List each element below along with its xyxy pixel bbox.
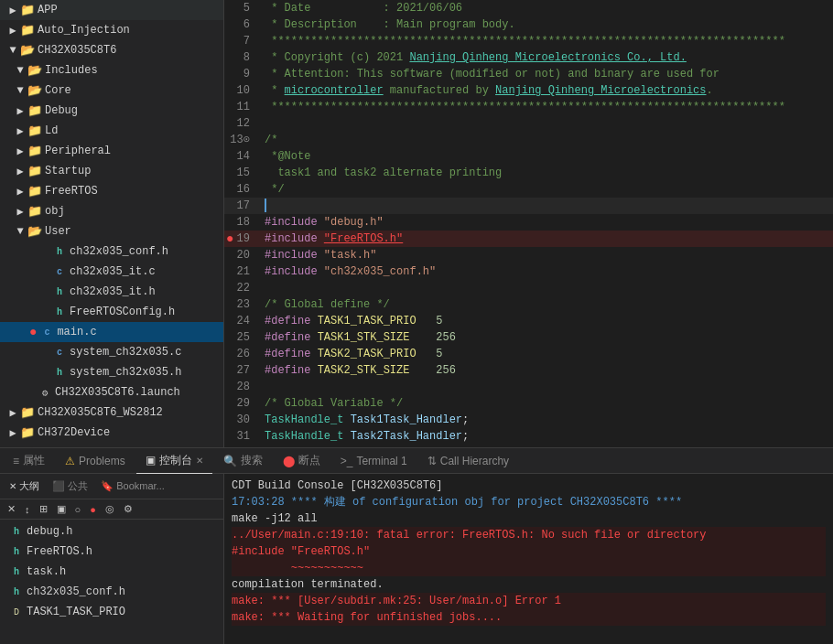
sidebar-item-ch32x035-conf-h[interactable]: h ch32x035_conf.h	[0, 242, 223, 262]
folder-icon: 📁	[27, 204, 42, 219]
close-outline-icon: ✕	[9, 481, 16, 491]
line-number: 31	[224, 428, 261, 445]
sidebar-item-main-c[interactable]: ● c main.c	[0, 322, 223, 342]
console-error-line: ~~~~~~~~~~~	[232, 560, 826, 576]
main-area: ▶ 📁 APP ▶ 📁 Auto_Injection ▼ 📂 CH32X035C…	[0, 0, 833, 447]
code-line: 22	[224, 280, 833, 296]
folder-icon: 📁	[27, 123, 42, 138]
list-item[interactable]: h FreeRTOS.h	[2, 542, 222, 562]
tab-search[interactable]: 🔍 搜索	[214, 448, 272, 474]
error-icon: ●	[29, 325, 37, 339]
tab-outline[interactable]: ✕ 大纲	[4, 476, 45, 497]
folder-icon: 📁	[20, 3, 35, 17]
line-number: 22	[224, 280, 261, 296]
sidebar-item-freertos[interactable]: ▶ 📁 FreeRTOS	[0, 181, 223, 201]
sidebar-item-system-ch32x035-c[interactable]: c system_ch32x035.c	[0, 342, 223, 362]
filter-button[interactable]: ▣	[53, 501, 70, 517]
circle-button[interactable]: ○	[71, 502, 85, 517]
sidebar-item-user[interactable]: ▼ 📂 User	[0, 221, 223, 242]
chevron-right-icon: ▶	[15, 125, 26, 136]
chevron-right-icon: ▶	[7, 25, 18, 36]
sidebar-item-ld[interactable]: ▶ 📁 Ld	[0, 121, 223, 141]
sidebar-item-ws2812[interactable]: ▶ 📁 CH32X035C8T6_WS2812	[0, 402, 223, 423]
dot-button[interactable]: ●	[86, 502, 100, 517]
folder-icon: 📂	[27, 63, 42, 78]
sidebar-item-auto-injection[interactable]: ▶ 📁 Auto_Injection	[0, 20, 223, 40]
folder-icon: 📁	[27, 184, 42, 199]
sidebar-item-label: Core	[45, 84, 71, 97]
folder-icon: 📁	[27, 144, 42, 158]
grid-button[interactable]: ⊞	[36, 501, 51, 517]
tab-breakpoints[interactable]: ⬤ 断点	[274, 448, 330, 474]
sidebar-item-freertosconfig-h[interactable]: h FreeRTOSConfig.h	[0, 302, 223, 322]
bookmark-icon: 🔖	[101, 480, 114, 491]
sidebar-item-debug[interactable]: ▶ 📁 Debug	[0, 101, 223, 121]
close-tab-icon[interactable]: ✕	[196, 456, 203, 466]
sidebar-item-includes[interactable]: ▼ 📂 Includes	[0, 60, 223, 80]
sidebar-item-ch32x035-it-c[interactable]: c ch32x035_it.c	[0, 262, 223, 282]
console-output[interactable]: CDT Build Console [CH32X035C8T6] 17:03:2…	[224, 474, 833, 644]
code-line: 18 #include "debug.h"	[224, 214, 833, 231]
code-line: 29 /* Global Variable */	[224, 395, 833, 412]
h-file-icon: h	[52, 365, 67, 380]
sidebar-item-app[interactable]: ▶ 📁 APP	[0, 0, 223, 20]
line-text: * Copyright (c) 2021 Nanjing Qinheng Mic…	[261, 49, 833, 66]
settings-button[interactable]: ⚙	[120, 501, 136, 517]
sidebar-item-label: Peripheral	[45, 145, 111, 157]
code-line: 28	[224, 379, 833, 395]
file-icon	[29, 264, 49, 279]
sidebar-item-system-ch32x035-h[interactable]: h system_ch32x035.h	[0, 362, 223, 382]
code-line: 5 * Date : 2021/06/06	[224, 0, 833, 16]
line-number: 12	[224, 115, 261, 132]
console-line: make -j12 all	[232, 510, 826, 527]
warning-icon: ⚠	[65, 455, 75, 467]
line-number: 26	[224, 346, 261, 362]
line-text: ****************************************…	[261, 33, 833, 49]
target-button[interactable]: ◎	[102, 501, 118, 517]
list-item[interactable]: h task.h	[2, 562, 222, 582]
line-text: #define TASK2_TASK_PRIO 5	[261, 346, 833, 362]
code-line: 9 * Attention: This software (modified o…	[224, 66, 833, 82]
tab-problems[interactable]: ⚠ Problems	[56, 448, 135, 474]
sidebar-item-ch32x035c8t6[interactable]: ▼ 📂 CH32X035C8T6	[0, 40, 223, 60]
list-item[interactable]: h ch32x035_conf.h	[2, 582, 222, 602]
tab-console[interactable]: ▣ 控制台 ✕	[136, 448, 212, 474]
tab-bookmark[interactable]: 🔖 Bookmar...	[95, 477, 170, 496]
line-number: 15	[224, 165, 261, 181]
sidebar-item-core[interactable]: ▼ 📂 Core	[0, 80, 223, 101]
sidebar-item-peripheral[interactable]: ▶ 📁 Peripheral	[0, 141, 223, 161]
list-item[interactable]: h debug.h	[2, 521, 222, 542]
list-item[interactable]: D TASK1_TASK_PRIO	[2, 602, 222, 622]
sidebar-item-label: Includes	[45, 64, 98, 77]
file-icon	[29, 284, 49, 299]
close-button[interactable]: ✕	[4, 501, 19, 517]
code-content[interactable]: 5 * Date : 2021/06/06 6 * Description : …	[224, 0, 833, 447]
sidebar-item-startup[interactable]: ▶ 📁 Startup	[0, 161, 223, 181]
tab-properties[interactable]: ≡ 属性	[4, 448, 54, 474]
console-error-line: ../User/main.c:19:10: fatal error: FreeR…	[232, 527, 826, 543]
folder-icon: 📂	[20, 43, 35, 58]
tab-callhierarchy[interactable]: ⇅ Call Hierarchy	[418, 448, 518, 474]
file-icon	[29, 345, 49, 360]
line-number: 24	[224, 313, 261, 329]
sidebar-item-launch[interactable]: ⚙ CH32X035C8T6.launch	[0, 382, 223, 402]
sidebar-item-obj[interactable]: ▶ 📁 obj	[0, 201, 223, 221]
sidebar-item-label: Debug	[45, 104, 78, 117]
line-number: 14	[224, 148, 261, 165]
outline-tab-bar: ✕ 大纲 ⬛ 公共 🔖 Bookmar...	[0, 474, 223, 499]
file-tree: ▶ 📁 APP ▶ 📁 Auto_Injection ▼ 📂 CH32X035C…	[0, 0, 224, 447]
code-line: 15 task1 and task2 alternate printing	[224, 165, 833, 181]
line-number: 6	[224, 16, 261, 33]
console-title: CDT Build Console [CH32X035C8T6]	[232, 478, 826, 494]
tab-terminal[interactable]: >_ Terminal 1	[331, 448, 416, 474]
sort-button[interactable]: ↕	[21, 502, 34, 517]
sidebar-item-ch372device[interactable]: ▶ 📁 CH372Device	[0, 423, 223, 443]
outline-content: h debug.h h FreeRTOS.h h task.h h ch32x0…	[0, 520, 223, 644]
sidebar-item-ch32x035-it-h[interactable]: h ch32x035_it.h	[0, 282, 223, 302]
code-line: 14 *@Note	[224, 148, 833, 165]
gear-icon: ⚙	[38, 385, 52, 400]
breakpoint-icon: ⬤	[283, 455, 295, 467]
code-line: 8 * Copyright (c) 2021 Nanjing Qinheng M…	[224, 49, 833, 66]
tab-public[interactable]: ⬛ 公共	[47, 476, 93, 497]
console-error-line: #include "FreeRTOS.h"	[232, 543, 826, 560]
